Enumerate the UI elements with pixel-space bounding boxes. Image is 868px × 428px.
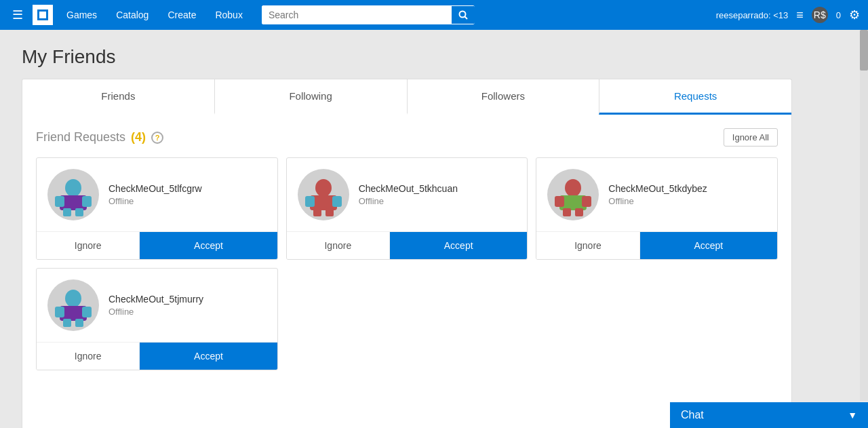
svg-rect-18: [555, 196, 564, 207]
avatar-svg: [50, 171, 97, 218]
requests-title: Friend Requests (4) ?: [36, 130, 163, 144]
nav-right: reeseparrado: <13 ≡ R$ 0 ⚙: [716, 7, 860, 23]
svg-point-22: [65, 290, 81, 307]
navbar: ☰ Games Catalog Create Robux reeseparrad…: [0, 0, 868, 30]
card-status: Offline: [108, 196, 267, 206]
scrollbar-track[interactable]: [860, 30, 868, 401]
avatar: [298, 169, 349, 220]
card-top: CheckMeOut_5tlfcgrw Offline: [37, 158, 277, 231]
card-status: Offline: [108, 307, 267, 317]
svg-rect-1: [39, 12, 46, 18]
svg-rect-6: [55, 196, 64, 207]
card-username: CheckMeOut_5tkhcuan: [359, 183, 517, 194]
requests-header: Friend Requests (4) ? Ignore All: [36, 128, 778, 147]
feed-icon[interactable]: ≡: [796, 8, 804, 22]
card-status: Offline: [359, 196, 517, 206]
card-top: CheckMeOut_5tkhcuan Offline: [287, 158, 528, 231]
card-top: CheckMeOut_5tjmurry Offline: [37, 269, 277, 342]
svg-line-3: [465, 17, 467, 20]
svg-rect-19: [582, 196, 591, 207]
avatar: [47, 279, 99, 331]
accept-button[interactable]: Accept: [140, 343, 277, 370]
card-username: CheckMeOut_5tjmurry: [108, 294, 267, 305]
card-status: Offline: [608, 196, 766, 206]
card-actions: Ignore Accept: [37, 231, 277, 259]
card-actions: Ignore Accept: [37, 342, 277, 370]
ignore-button[interactable]: Ignore: [536, 232, 639, 259]
card-info: CheckMeOut_5tjmurry Offline: [108, 294, 267, 317]
svg-point-2: [459, 12, 465, 18]
svg-rect-27: [75, 319, 83, 327]
ignore-all-button[interactable]: Ignore All: [724, 128, 778, 147]
info-icon[interactable]: ?: [151, 132, 163, 144]
svg-rect-9: [75, 208, 83, 216]
card-actions: Ignore Accept: [287, 231, 528, 259]
settings-icon[interactable]: ⚙: [849, 7, 860, 22]
svg-rect-15: [326, 208, 334, 216]
card-info: CheckMeOut_5tkdybez Offline: [608, 183, 766, 206]
tab-requests[interactable]: Requests: [599, 79, 791, 115]
svg-rect-14: [313, 208, 321, 216]
nav-catalog[interactable]: Catalog: [108, 5, 157, 24]
svg-point-10: [315, 179, 332, 197]
tab-following[interactable]: Following: [214, 79, 407, 115]
chat-label: Chat: [681, 409, 704, 421]
friend-card: CheckMeOut_5tlfcgrw Offline Ignore Accep…: [36, 157, 278, 260]
ignore-button[interactable]: Ignore: [37, 343, 140, 370]
robux-count[interactable]: 0: [836, 10, 841, 20]
svg-point-16: [565, 179, 581, 197]
card-username: CheckMeOut_5tlfcgrw: [108, 183, 267, 194]
avatar-svg: [50, 281, 97, 329]
page-title: My Friends: [22, 46, 792, 68]
card-info: CheckMeOut_5tkhcuan Offline: [359, 183, 517, 206]
tab-friends[interactable]: Friends: [22, 79, 214, 115]
tabs: Friends Following Followers Requests: [22, 79, 792, 115]
chat-chevron-icon: ▼: [848, 410, 857, 421]
accept-button[interactable]: Accept: [640, 232, 777, 259]
friend-card: CheckMeOut_5tjmurry Offline Ignore Accep…: [36, 268, 278, 370]
svg-rect-12: [305, 196, 315, 207]
avatar: [47, 169, 99, 220]
card-info: CheckMeOut_5tlfcgrw Offline: [108, 183, 267, 206]
hamburger-icon[interactable]: ☰: [8, 5, 27, 25]
friend-card: CheckMeOut_5tkhcuan Offline Ignore Accep…: [286, 157, 528, 260]
card-username: CheckMeOut_5tkdybez: [608, 183, 766, 194]
search-icon: [458, 10, 468, 20]
avatar-svg: [300, 171, 347, 218]
svg-rect-7: [82, 196, 92, 207]
svg-rect-26: [63, 319, 71, 327]
svg-rect-21: [575, 208, 583, 216]
main-content: My Friends Friends Following Followers R…: [0, 30, 814, 428]
accept-button[interactable]: Accept: [390, 232, 527, 259]
avatar: [547, 169, 599, 220]
svg-rect-25: [82, 307, 92, 317]
requests-count: (4): [131, 130, 146, 144]
avatar-svg: [549, 171, 597, 218]
svg-rect-24: [55, 307, 64, 317]
nav-games[interactable]: Games: [58, 5, 105, 24]
tab-followers[interactable]: Followers: [407, 79, 599, 115]
card-top: CheckMeOut_5tkdybez Offline: [536, 158, 777, 231]
svg-point-4: [65, 179, 81, 197]
friend-cards-grid: CheckMeOut_5tlfcgrw Offline Ignore Accep…: [36, 157, 778, 370]
roblox-logo-svg: [35, 7, 50, 22]
svg-rect-20: [563, 208, 571, 216]
chat-bar[interactable]: Chat ▼: [670, 402, 868, 428]
svg-rect-8: [63, 208, 71, 216]
ignore-button[interactable]: Ignore: [37, 232, 140, 259]
friend-card: CheckMeOut_5tkdybez Offline Ignore Accep…: [536, 157, 778, 260]
search-input[interactable]: [262, 5, 452, 24]
nav-create[interactable]: Create: [159, 5, 204, 24]
accept-button[interactable]: Accept: [140, 232, 277, 259]
nav-links: Games Catalog Create Robux: [58, 5, 251, 24]
robuxstore-icon[interactable]: R$: [812, 7, 828, 23]
svg-rect-13: [332, 196, 342, 207]
search-bar: [262, 5, 475, 24]
scrollbar-thumb[interactable]: [860, 30, 868, 71]
requests-label: Friend Requests: [36, 130, 125, 144]
nav-robux[interactable]: Robux: [207, 5, 250, 24]
search-button[interactable]: [452, 6, 475, 24]
roblox-logo[interactable]: [33, 5, 53, 25]
ignore-button[interactable]: Ignore: [287, 232, 390, 259]
card-actions: Ignore Accept: [536, 231, 777, 259]
